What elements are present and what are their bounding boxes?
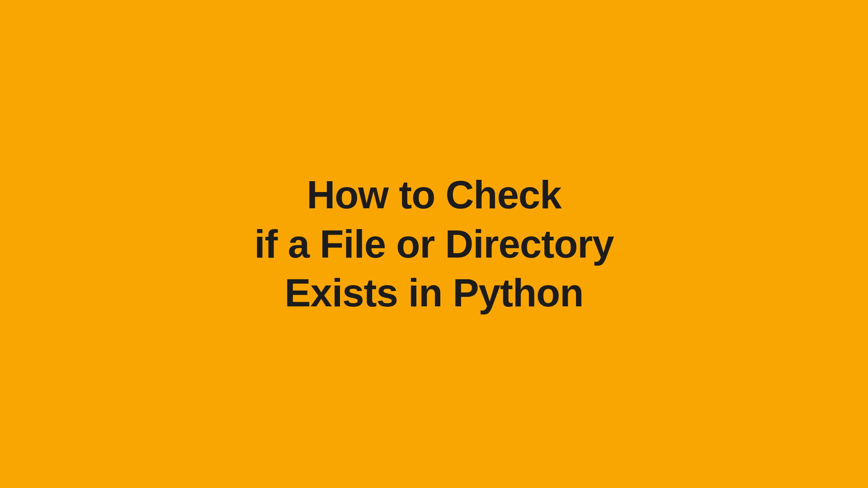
title-line-1: How to Check [254, 170, 613, 220]
title-line-3: Exists in Python [254, 268, 613, 318]
title-container: How to Check if a File or Directory Exis… [254, 170, 613, 318]
title-line-2: if a File or Directory [254, 220, 613, 269]
